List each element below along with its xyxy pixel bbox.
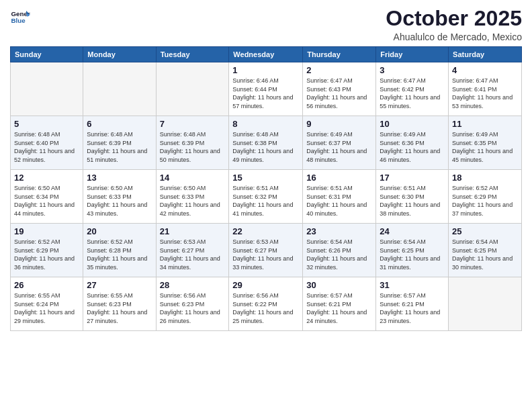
table-row: 14Sunrise: 6:50 AM Sunset: 6:33 PM Dayli… [156,170,229,224]
day-number: 4 [452,65,518,75]
day-number: 28 [160,280,226,290]
table-row: 15Sunrise: 6:51 AM Sunset: 6:32 PM Dayli… [229,170,303,224]
day-number: 22 [232,226,299,236]
day-info: Sunrise: 6:53 AM Sunset: 6:27 PM Dayligh… [160,238,226,271]
day-info: Sunrise: 6:54 AM Sunset: 6:26 PM Dayligh… [306,238,372,271]
day-info: Sunrise: 6:56 AM Sunset: 6:22 PM Dayligh… [232,291,299,325]
day-number: 8 [232,119,299,129]
day-info: Sunrise: 6:57 AM Sunset: 6:21 PM Dayligh… [306,291,372,325]
table-row: 3Sunrise: 6:47 AM Sunset: 6:42 PM Daylig… [376,62,449,116]
table-row: 20Sunrise: 6:52 AM Sunset: 6:28 PM Dayli… [83,224,156,277]
day-info: Sunrise: 6:48 AM Sunset: 6:39 PM Dayligh… [160,130,226,164]
table-row: 8Sunrise: 6:48 AM Sunset: 6:38 PM Daylig… [229,116,303,170]
day-info: Sunrise: 6:51 AM Sunset: 6:32 PM Dayligh… [232,184,299,218]
day-number: 5 [14,119,79,129]
day-number: 27 [87,280,152,290]
table-row: 27Sunrise: 6:55 AM Sunset: 6:23 PM Dayli… [83,277,156,331]
table-row [449,277,522,331]
day-info: Sunrise: 6:47 AM Sunset: 6:42 PM Dayligh… [380,77,445,110]
table-row: 5Sunrise: 6:48 AM Sunset: 6:40 PM Daylig… [11,116,83,170]
day-number: 18 [452,173,518,183]
day-info: Sunrise: 6:48 AM Sunset: 6:38 PM Dayligh… [232,130,299,164]
day-info: Sunrise: 6:49 AM Sunset: 6:37 PM Dayligh… [306,130,372,164]
table-row: 29Sunrise: 6:56 AM Sunset: 6:22 PM Dayli… [229,277,303,331]
col-friday: Friday [376,47,449,62]
calendar-week-row: 1Sunrise: 6:46 AM Sunset: 6:44 PM Daylig… [11,62,522,116]
day-number: 20 [87,226,152,236]
table-row: 11Sunrise: 6:49 AM Sunset: 6:35 PM Dayli… [449,116,522,170]
col-monday: Monday [83,47,156,62]
day-number: 12 [14,173,79,183]
day-info: Sunrise: 6:56 AM Sunset: 6:23 PM Dayligh… [160,291,226,325]
title-block: October 2025 Ahualulco de Mercado, Mexic… [386,7,522,42]
day-number: 9 [306,119,372,129]
logo: General Blue [10,7,30,27]
day-info: Sunrise: 6:52 AM Sunset: 6:29 PM Dayligh… [14,238,79,271]
col-saturday: Saturday [449,47,522,62]
calendar-table: Sunday Monday Tuesday Wednesday Thursday… [10,46,522,331]
logo-icon: General Blue [10,7,30,27]
day-number: 29 [232,280,299,290]
table-row: 30Sunrise: 6:57 AM Sunset: 6:21 PM Dayli… [303,277,376,331]
table-row: 31Sunrise: 6:57 AM Sunset: 6:21 PM Dayli… [376,277,449,331]
day-info: Sunrise: 6:49 AM Sunset: 6:35 PM Dayligh… [452,130,518,164]
day-info: Sunrise: 6:47 AM Sunset: 6:43 PM Dayligh… [306,77,372,110]
day-number: 30 [306,280,372,290]
day-info: Sunrise: 6:51 AM Sunset: 6:30 PM Dayligh… [380,184,445,218]
day-number: 11 [452,119,518,129]
day-info: Sunrise: 6:53 AM Sunset: 6:27 PM Dayligh… [232,238,299,271]
day-info: Sunrise: 6:57 AM Sunset: 6:21 PM Dayligh… [380,291,445,325]
day-info: Sunrise: 6:47 AM Sunset: 6:41 PM Dayligh… [452,77,518,110]
calendar-week-row: 12Sunrise: 6:50 AM Sunset: 6:34 PM Dayli… [11,170,522,224]
col-sunday: Sunday [11,47,83,62]
table-row: 22Sunrise: 6:53 AM Sunset: 6:27 PM Dayli… [229,224,303,277]
day-number: 14 [160,173,226,183]
day-number: 10 [380,119,445,129]
col-wednesday: Wednesday [229,47,303,62]
col-tuesday: Tuesday [156,47,229,62]
table-row: 24Sunrise: 6:54 AM Sunset: 6:25 PM Dayli… [376,224,449,277]
header: General Blue October 2025 Ahualulco de M… [10,7,522,42]
day-number: 21 [160,226,226,236]
day-number: 19 [14,226,79,236]
table-row: 4Sunrise: 6:47 AM Sunset: 6:41 PM Daylig… [449,62,522,116]
table-row: 25Sunrise: 6:54 AM Sunset: 6:25 PM Dayli… [449,224,522,277]
table-row: 17Sunrise: 6:51 AM Sunset: 6:30 PM Dayli… [376,170,449,224]
day-number: 31 [380,280,445,290]
table-row: 2Sunrise: 6:47 AM Sunset: 6:43 PM Daylig… [303,62,376,116]
day-number: 13 [87,173,152,183]
header-row: Sunday Monday Tuesday Wednesday Thursday… [11,47,522,62]
page: General Blue October 2025 Ahualulco de M… [0,0,532,411]
day-number: 26 [14,280,79,290]
month-title: October 2025 [386,7,522,30]
table-row: 12Sunrise: 6:50 AM Sunset: 6:34 PM Dayli… [11,170,83,224]
day-info: Sunrise: 6:52 AM Sunset: 6:29 PM Dayligh… [452,184,518,218]
svg-text:Blue: Blue [11,17,26,24]
table-row: 6Sunrise: 6:48 AM Sunset: 6:39 PM Daylig… [83,116,156,170]
day-info: Sunrise: 6:49 AM Sunset: 6:36 PM Dayligh… [380,130,445,164]
table-row: 21Sunrise: 6:53 AM Sunset: 6:27 PM Dayli… [156,224,229,277]
day-number: 6 [87,119,152,129]
day-number: 16 [306,173,372,183]
day-number: 17 [380,173,445,183]
table-row: 10Sunrise: 6:49 AM Sunset: 6:36 PM Dayli… [376,116,449,170]
table-row: 26Sunrise: 6:55 AM Sunset: 6:24 PM Dayli… [11,277,83,331]
day-info: Sunrise: 6:54 AM Sunset: 6:25 PM Dayligh… [380,238,445,271]
location-subtitle: Ahualulco de Mercado, Mexico [386,32,522,42]
col-thursday: Thursday [303,47,376,62]
day-number: 24 [380,226,445,236]
day-number: 23 [306,226,372,236]
table-row [83,62,156,116]
day-number: 15 [232,173,299,183]
day-info: Sunrise: 6:51 AM Sunset: 6:31 PM Dayligh… [306,184,372,218]
day-info: Sunrise: 6:48 AM Sunset: 6:39 PM Dayligh… [87,130,152,164]
table-row: 23Sunrise: 6:54 AM Sunset: 6:26 PM Dayli… [303,224,376,277]
table-row: 28Sunrise: 6:56 AM Sunset: 6:23 PM Dayli… [156,277,229,331]
day-info: Sunrise: 6:54 AM Sunset: 6:25 PM Dayligh… [452,238,518,271]
calendar-week-row: 26Sunrise: 6:55 AM Sunset: 6:24 PM Dayli… [11,277,522,331]
day-number: 3 [380,65,445,75]
day-info: Sunrise: 6:50 AM Sunset: 6:34 PM Dayligh… [14,184,79,218]
day-number: 2 [306,65,372,75]
table-row: 13Sunrise: 6:50 AM Sunset: 6:33 PM Dayli… [83,170,156,224]
table-row: 1Sunrise: 6:46 AM Sunset: 6:44 PM Daylig… [229,62,303,116]
